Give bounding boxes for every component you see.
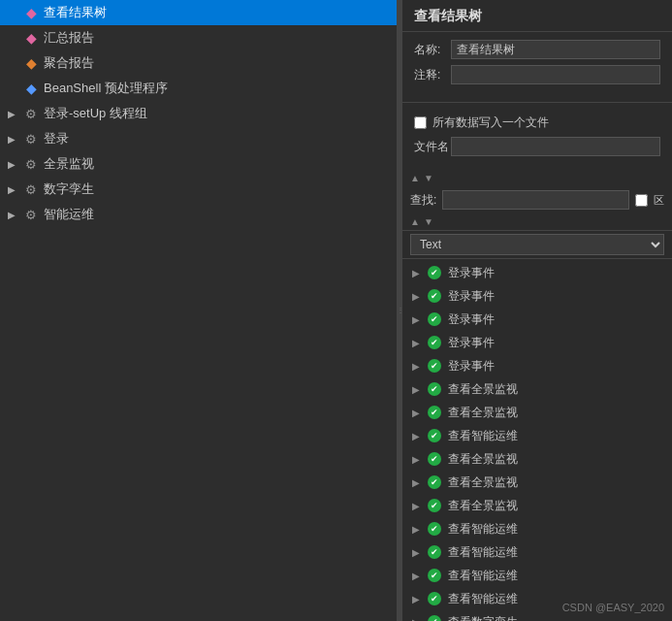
gear-icon: ⚙ [23, 156, 39, 172]
sidebar-item-label: 全景监视 [44, 155, 94, 173]
gear-icon: ⚙ [23, 181, 39, 197]
green-check-icon: ✔ [426, 380, 443, 398]
filename-row: 文件名 [414, 137, 660, 156]
result-chevron-icon: ▶ [412, 361, 426, 372]
gear-icon: ⚙ [23, 207, 39, 222]
sidebar-item-label: 登录 [44, 130, 69, 147]
result-item[interactable]: ▶ ✔ 查看智能运维 [402, 424, 672, 447]
green-check-icon: ✔ [426, 474, 443, 491]
pink-diamond-icon: ◆ [23, 30, 39, 46]
search-case-label: 区 [654, 193, 664, 208]
sidebar-item-label: 数字孪生 [44, 180, 94, 198]
green-check-icon: ✔ [426, 357, 443, 375]
result-text: 查看全景监视 [448, 451, 518, 468]
result-item[interactable]: ▶ ✔ 登录事件 [402, 261, 672, 284]
name-input[interactable] [451, 40, 660, 59]
result-item[interactable]: ▶ ✔ 查看智能运维 [402, 540, 672, 564]
left-tree-panel: ◆ 查看结果树 ◆ 汇总报告 ◆ 聚合报告 ◆ BeanShell 预处理程序 … [0, 0, 398, 621]
chevron-right-icon: ▶ [8, 210, 21, 220]
write-all-checkbox[interactable] [414, 116, 427, 129]
orange-diamond-icon: ◆ [23, 55, 39, 71]
filename-label: 文件名 [414, 139, 451, 155]
green-check-icon: ✔ [426, 567, 443, 584]
result-text: 查看全景监视 [448, 474, 518, 491]
result-chevron-icon: ▶ [412, 291, 426, 302]
sidebar-item-login[interactable]: ▶ ⚙ 登录 [0, 126, 397, 151]
result-text: 登录事件 [448, 311, 495, 328]
result-chevron-icon: ▶ [412, 268, 426, 278]
sidebar-item-label: 聚合报告 [44, 54, 94, 72]
collapse-arrow-icon: ▲ [410, 173, 420, 183]
sidebar-item-label: 登录-setUp 线程组 [44, 105, 147, 122]
result-chevron-icon: ▶ [412, 524, 426, 535]
result-item[interactable]: ▶ ✔ 查看全景监视 [402, 447, 672, 471]
result-text: 查看智能运维 [448, 521, 518, 538]
result-item[interactable]: ▶ ✔ 查看全景监视 [402, 494, 672, 517]
right-panel-title: 查看结果树 [402, 0, 672, 32]
sidebar-item-aggregate-report[interactable]: ◆ 聚合报告 [0, 50, 397, 76]
gear-icon: ⚙ [23, 106, 39, 121]
green-check-icon: ✔ [426, 287, 443, 305]
filename-input[interactable] [451, 137, 660, 156]
result-chevron-icon: ▶ [412, 408, 426, 418]
green-check-icon: ✔ [426, 310, 443, 328]
sidebar-item-smart-ops[interactable]: ▶ ⚙ 智能运维 [0, 202, 397, 227]
sidebar-item-full-monitor[interactable]: ▶ ⚙ 全景监视 [0, 151, 397, 177]
green-check-icon: ✔ [426, 613, 443, 621]
expand-arrow-icon: ▼ [424, 173, 433, 183]
collapse-section-2[interactable]: ▲ ▼ [402, 213, 672, 230]
search-case-checkbox[interactable] [635, 194, 648, 207]
search-row: 查找: 区 [402, 186, 672, 213]
result-chevron-icon: ▶ [412, 431, 426, 441]
divider-1 [402, 102, 672, 103]
result-chevron-icon: ▶ [412, 617, 426, 622]
right-panel: 查看结果树 名称: 注释: 所有数据写入一个文件 文件名 ▲ ▼ 查找: 区 ▲ [402, 0, 672, 621]
green-check-icon: ✔ [426, 543, 443, 561]
comment-label: 注释: [414, 67, 451, 83]
result-chevron-icon: ▶ [412, 547, 426, 558]
sidebar-item-summary-report[interactable]: ◆ 汇总报告 [0, 25, 397, 50]
result-item[interactable]: ▶ ✔ 登录事件 [402, 354, 672, 377]
sidebar-item-view-result-tree[interactable]: ◆ 查看结果树 [0, 0, 397, 25]
sidebar-item-label: BeanShell 预处理程序 [44, 80, 168, 97]
chevron-right-icon: ▶ [8, 134, 21, 145]
comment-row: 注释: [414, 65, 660, 84]
result-item[interactable]: ▶ ✔ 查看智能运维 [402, 564, 672, 587]
expand-arrow-icon-2: ▼ [424, 216, 433, 227]
comment-input[interactable] [451, 65, 660, 84]
search-input[interactable] [442, 190, 629, 210]
result-item[interactable]: ▶ ✔ 登录事件 [402, 284, 672, 308]
green-check-icon: ✔ [426, 264, 443, 281]
green-check-icon: ✔ [426, 520, 443, 538]
result-text: 查看数字孪生 [448, 614, 518, 622]
file-section: 所有数据写入一个文件 文件名 [402, 107, 672, 170]
chevron-right-icon: ▶ [8, 159, 21, 170]
result-chevron-icon: ▶ [412, 384, 426, 395]
green-check-icon: ✔ [426, 497, 443, 514]
sidebar-item-digital-twin[interactable]: ▶ ⚙ 数字孪生 [0, 177, 397, 202]
sidebar-item-label: 汇总报告 [44, 29, 94, 47]
result-item[interactable]: ▶ ✔ 查看全景监视 [402, 471, 672, 494]
name-label: 名称: [414, 42, 451, 58]
result-text: 查看智能运维 [448, 428, 518, 444]
result-text: 查看智能运维 [448, 568, 518, 584]
result-item[interactable]: ▶ ✔ 查看全景监视 [402, 401, 672, 424]
write-all-row: 所有数据写入一个文件 [414, 114, 660, 131]
type-dropdown[interactable]: Text RegExp CSS [410, 234, 664, 255]
result-text: 查看全景监视 [448, 381, 518, 398]
collapse-section-1[interactable]: ▲ ▼ [402, 170, 672, 186]
result-text: 登录事件 [448, 265, 495, 281]
result-text: 查看智能运维 [448, 544, 518, 561]
write-all-label: 所有数据写入一个文件 [432, 114, 549, 131]
result-item[interactable]: ▶ ✔ 查看智能运维 [402, 517, 672, 540]
result-item[interactable]: ▶ ✔ 查看全景监视 [402, 377, 672, 401]
sidebar-item-beanshell-pre[interactable]: ◆ BeanShell 预处理程序 [0, 76, 397, 101]
gear-icon: ⚙ [23, 131, 39, 147]
result-item[interactable]: ▶ ✔ 登录事件 [402, 308, 672, 331]
result-chevron-icon: ▶ [412, 454, 426, 465]
result-item[interactable]: ▶ ✔ 登录事件 [402, 331, 672, 354]
sidebar-item-login-setup[interactable]: ▶ ⚙ 登录-setUp 线程组 [0, 101, 397, 126]
result-chevron-icon: ▶ [412, 594, 426, 605]
collapse-arrow-icon-2: ▲ [410, 216, 420, 227]
result-chevron-icon: ▶ [412, 501, 426, 511]
